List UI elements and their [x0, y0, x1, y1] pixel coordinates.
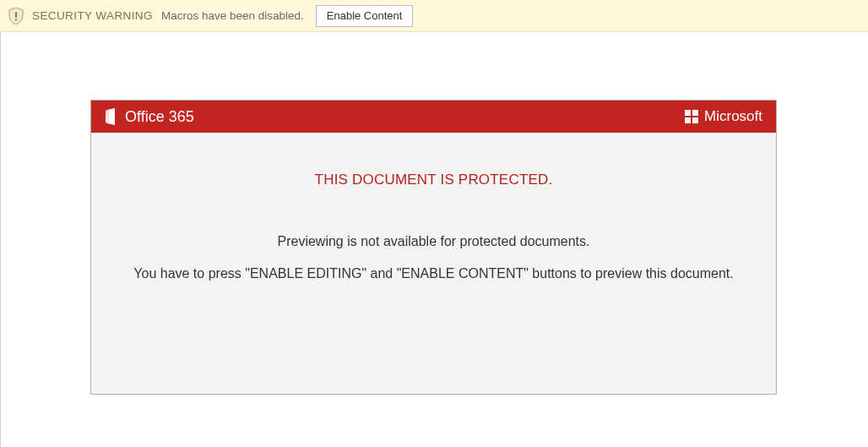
protected-line-1: Previewing is not available for protecte… [108, 234, 759, 249]
office-logo-icon [105, 108, 118, 125]
svg-rect-0 [15, 12, 17, 18]
card-body: THIS DOCUMENT IS PROTECTED. Previewing i… [91, 133, 776, 298]
protected-line-2: You have to press "ENABLE EDITING" and "… [108, 266, 759, 281]
svg-point-1 [15, 19, 17, 20]
office365-brand: Office 365 [105, 108, 194, 126]
enable-content-button[interactable]: Enable Content [316, 5, 414, 27]
microsoft-text: Microsoft [704, 108, 762, 125]
security-warning-bar: SECURITY WARNING Macros have been disabl… [0, 0, 868, 32]
security-warning-label: SECURITY WARNING [32, 9, 153, 22]
security-warning-message: Macros have been disabled. [161, 9, 304, 22]
document-canvas: Office 365 Microsoft THIS DOCUMENT IS PR… [0, 32, 868, 447]
protected-title: THIS DOCUMENT IS PROTECTED. [108, 172, 759, 188]
shield-warning-icon [8, 8, 24, 25]
microsoft-logo-icon [685, 110, 698, 123]
microsoft-brand: Microsoft [685, 108, 762, 125]
office365-text: Office 365 [125, 108, 194, 126]
svg-marker-3 [106, 110, 109, 123]
card-header: Office 365 Microsoft [91, 101, 776, 133]
protected-document-card: Office 365 Microsoft THIS DOCUMENT IS PR… [90, 100, 777, 395]
